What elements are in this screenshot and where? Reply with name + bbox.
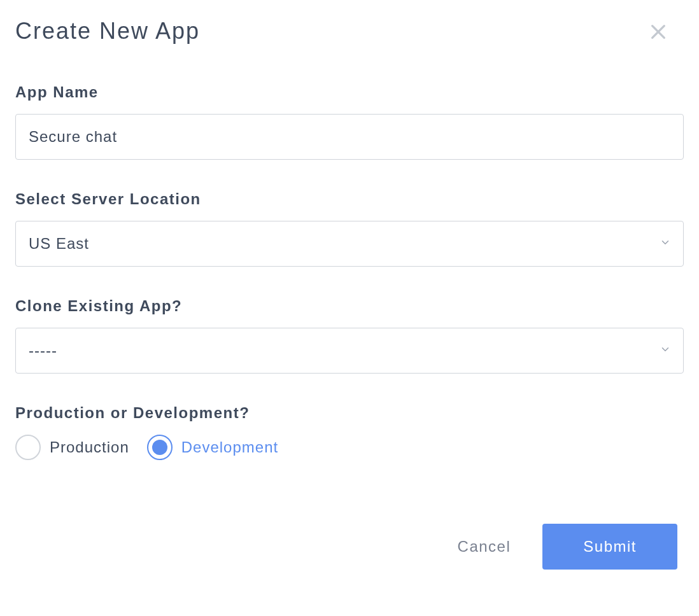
clone-app-group: Clone Existing App? ----- [15, 297, 684, 374]
clone-app-value: ----- [29, 342, 57, 360]
environment-label: Production or Development? [15, 404, 684, 422]
clone-app-select-wrapper: ----- [15, 328, 684, 374]
environment-group: Production or Development? Production De… [15, 404, 684, 460]
clone-app-select[interactable]: ----- [15, 328, 684, 374]
server-location-select-wrapper: US East [15, 221, 684, 267]
dialog-title: Create New App [15, 18, 200, 45]
environment-radio-group: Production Development [15, 435, 684, 460]
dialog-header: Create New App [15, 18, 684, 46]
clone-app-label: Clone Existing App? [15, 297, 684, 315]
close-icon [648, 34, 668, 44]
radio-production[interactable]: Production [15, 435, 129, 460]
app-name-label: App Name [15, 83, 684, 101]
radio-production-label: Production [50, 438, 129, 456]
app-name-group: App Name [15, 83, 684, 160]
radio-development[interactable]: Development [147, 435, 278, 460]
server-location-select[interactable]: US East [15, 221, 684, 267]
close-button[interactable] [646, 19, 671, 46]
radio-inner-dot-icon [152, 440, 167, 455]
cancel-button[interactable]: Cancel [458, 538, 511, 556]
server-location-value: US East [29, 235, 89, 253]
server-location-label: Select Server Location [15, 190, 684, 208]
server-location-group: Select Server Location US East [15, 190, 684, 267]
radio-development-label: Development [181, 438, 278, 456]
app-name-input[interactable] [15, 114, 684, 160]
radio-circle-selected-icon [147, 435, 173, 460]
create-app-dialog: Create New App App Name Select Server Lo… [0, 0, 699, 585]
dialog-actions: Cancel Submit [15, 524, 684, 570]
radio-circle-unselected-icon [15, 435, 41, 460]
submit-button[interactable]: Submit [542, 524, 677, 570]
